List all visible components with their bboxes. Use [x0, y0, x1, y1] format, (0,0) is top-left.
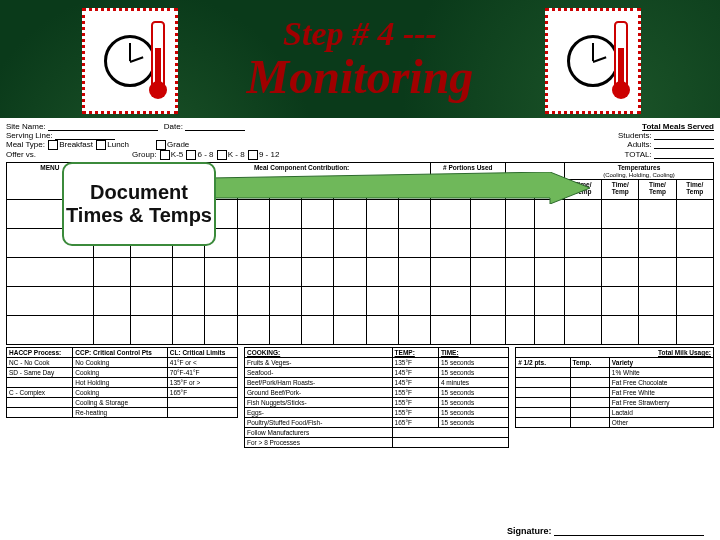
slide-title: Step # 4 --- Monitoring: [0, 0, 720, 118]
signature-line[interactable]: Signature:: [507, 526, 704, 536]
haccp-legend: HACCP Process:CCP: Critical Control PtsC…: [6, 347, 238, 418]
grade-group-label: Group: K-5 6 - 8 K - 8 9 - 12: [132, 150, 279, 160]
milk-legend: Total Milk Usage: # 1/2 pts.Temp.Variety…: [515, 347, 714, 428]
meal-type-label: Meal Type: Breakfast Lunch: [6, 140, 129, 150]
site-name-label: Site Name:: [6, 122, 158, 131]
table-row[interactable]: [7, 258, 714, 287]
cooking-legend: COOKING:TEMP:TIME: Fruits & Veges-135°F1…: [244, 347, 509, 448]
total-meals-served-label: Total Meals Served: [642, 122, 714, 131]
date-label: Date:: [164, 122, 245, 131]
table-row[interactable]: [7, 287, 714, 316]
checkbox-breakfast[interactable]: [48, 140, 58, 150]
callout-text: Document Times & Temps: [64, 181, 214, 227]
checkbox-lunch[interactable]: [96, 140, 106, 150]
checkbox-k8[interactable]: [217, 150, 227, 160]
table-row[interactable]: [7, 316, 714, 345]
legend-section: HACCP Process:CCP: Critical Control PtsC…: [6, 347, 714, 448]
title-line1: Step # 4 ---: [247, 16, 474, 52]
checkbox-k5[interactable]: [160, 150, 170, 160]
grade-label: Grade: [155, 140, 189, 150]
adults-label: Adults:: [627, 140, 714, 150]
offer-vs-label: Offer vs.: [6, 150, 36, 160]
serving-line-label: Serving Line:: [6, 131, 115, 140]
title-line2: Monitoring: [247, 52, 474, 102]
callout-box: Document Times & Temps: [62, 162, 216, 246]
checkbox-6-8[interactable]: [186, 150, 196, 160]
checkbox-9-12[interactable]: [248, 150, 258, 160]
total-label: TOTAL:: [625, 150, 715, 160]
students-label: Students:: [618, 131, 714, 140]
svg-marker-0: [210, 172, 590, 204]
callout-arrow-icon: [210, 172, 590, 204]
